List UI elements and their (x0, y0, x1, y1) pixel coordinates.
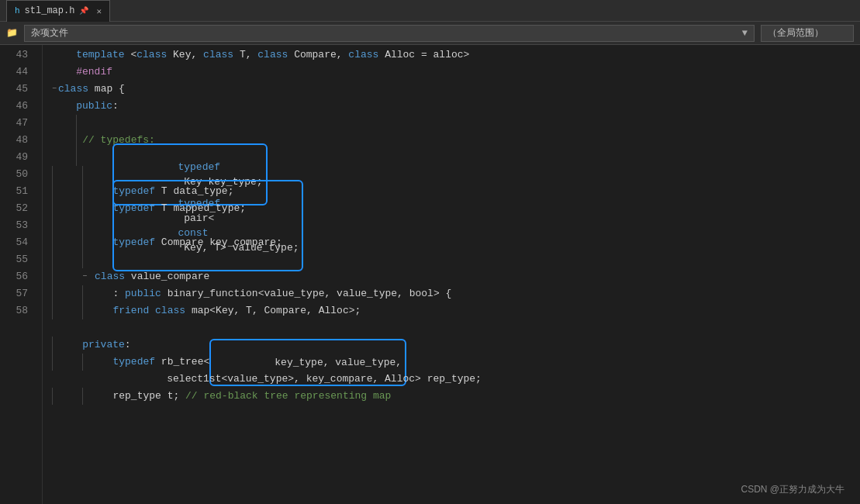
code-line-47 (52, 115, 860, 132)
watermark: CSDN @正努力成为大牛 (741, 483, 844, 496)
file-dropdown[interactable]: 杂项文件 ▼ (24, 25, 755, 42)
line-num-51: 51 (0, 183, 34, 200)
line-num-49: 49 (0, 149, 34, 166)
line-num-54: 54 (0, 234, 34, 251)
line-num-52: 52 (0, 200, 34, 217)
line-num-50: 50 (0, 166, 34, 183)
line-num-blank2 (0, 337, 34, 354)
code-line-rept: rep_type t; // red-black tree representi… (52, 388, 860, 405)
code-line-57: : public binary_function<value_type, val… (52, 285, 860, 302)
toolbar: 📁 杂项文件 ▼ （全局范围） (0, 22, 860, 45)
scope-dropdown[interactable]: （全局范围） (761, 25, 854, 42)
code-line-58: friend class map<Key, T, Compare, Alloc>… (52, 302, 860, 319)
line-num-47: 47 (0, 115, 34, 132)
code-line-45: − class map { (52, 81, 860, 98)
file-dropdown-label: 杂项文件 (31, 26, 68, 40)
line-num-blank1 (0, 319, 34, 337)
line-num-55: 55 (0, 251, 34, 268)
line-num-58: 58 (0, 302, 34, 319)
tab-filename: stl_map.h (25, 5, 75, 16)
line-numbers: 43 44 45 46 47 48 49 50 51 52 53 54 55 5… (0, 45, 43, 504)
code-line-44: #endif (52, 64, 860, 81)
line-num-44: 44 (0, 64, 34, 81)
line-num-45: 45 (0, 81, 34, 98)
code-area: 43 44 45 46 47 48 49 50 51 52 53 54 55 5… (0, 45, 860, 504)
title-bar: h stl_map.h 📌 ✕ (0, 0, 860, 22)
collapse-56[interactable]: − (82, 268, 87, 285)
scope-label: （全局范围） (768, 26, 824, 40)
line-num-53: 53 (0, 217, 34, 234)
code-line-56: − class value_compare (52, 268, 860, 285)
code-line-46: public : (52, 98, 860, 115)
code-line-55 (52, 251, 860, 268)
code-content: template < class Key, class T, class Com… (43, 45, 860, 504)
line-num-56: 56 (0, 268, 34, 285)
tab-pin: 📌 (79, 6, 88, 16)
code-line-select: select1st<value_type>, key_compare, Allo… (52, 371, 860, 388)
project-icon: 📁 (6, 27, 18, 39)
code-line-blank1 (52, 319, 860, 337)
code-line-54: typedef Compare key_compare; (52, 234, 860, 251)
file-icon: h (15, 6, 20, 16)
line-num-blank4 (0, 371, 34, 388)
code-line-53: typedef pair< const Key, T> value_type; (52, 217, 860, 234)
code-line-43: template < class Key, class T, class Com… (52, 47, 860, 64)
line-num-57: 57 (0, 285, 34, 302)
editor-window: h stl_map.h 📌 ✕ 📁 杂项文件 ▼ （全局范围） 43 44 45… (0, 0, 860, 504)
line-num-46: 46 (0, 98, 34, 115)
collapse-45[interactable]: − (52, 81, 57, 98)
code-line-private: private : (52, 337, 860, 354)
line-num-43: 43 (0, 47, 34, 64)
dropdown-arrow-icon: ▼ (742, 28, 748, 39)
file-tab[interactable]: h stl_map.h 📌 ✕ (6, 0, 110, 22)
code-line-rbtree: typedef rb_tree< key_type, value_type, (52, 354, 860, 371)
line-num-48: 48 (0, 132, 34, 149)
tab-close-button[interactable]: ✕ (96, 6, 102, 16)
line-num-blank3 (0, 354, 34, 371)
line-num-blank5 (0, 388, 34, 405)
